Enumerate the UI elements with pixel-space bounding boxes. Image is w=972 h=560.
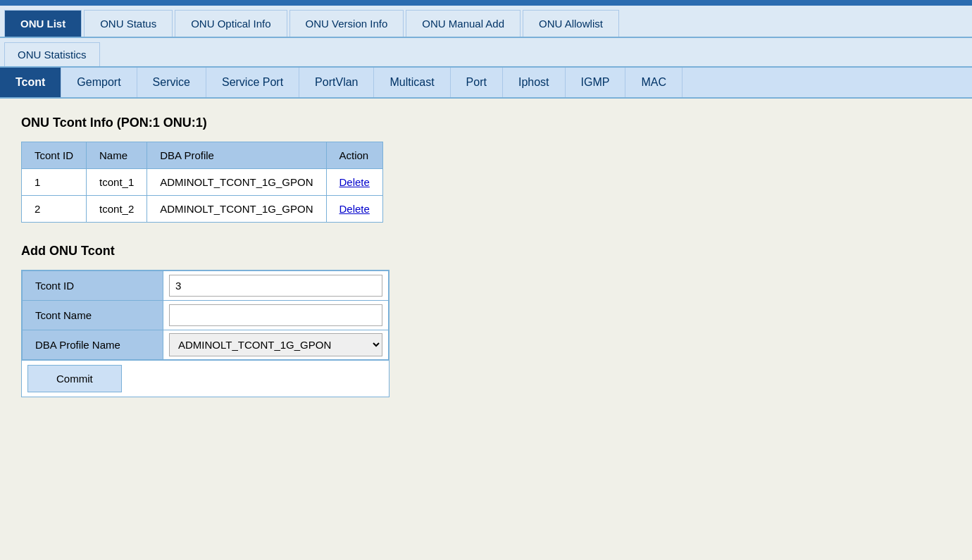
second-nav-tab-iphost[interactable]: Iphost (503, 68, 566, 97)
add-form-table: Tcont IDTcont NameDBA Profile NameADMINO… (22, 270, 389, 360)
second-nav-tab-tcont[interactable]: Tcont (0, 68, 61, 97)
add-form-wrapper: Tcont IDTcont NameDBA Profile NameADMINO… (21, 270, 390, 397)
info-title: ONU Tcont Info (PON:1 ONU:1) (21, 116, 951, 130)
table-cell-tcont_id: 2 (22, 196, 87, 223)
sub-nav-tab-onu-statistics[interactable]: ONU Statistics (4, 42, 100, 66)
add-section-title: Add ONU Tcont (21, 244, 951, 259)
second-nav-tab-gemport[interactable]: Gemport (61, 68, 137, 97)
second-nav-tab-igmp[interactable]: IGMP (566, 68, 626, 97)
table-cell-name: tcont_1 (87, 169, 147, 196)
second-nav-tab-port[interactable]: Port (451, 68, 503, 97)
table-header: Tcont IDNameDBA ProfileAction (22, 142, 383, 169)
table-cell-tcont_id: 1 (22, 169, 87, 196)
table-row: 2tcont_2ADMINOLT_TCONT_1G_GPONDelete (22, 196, 383, 223)
table-header-row: Tcont IDNameDBA ProfileAction (22, 142, 383, 169)
main-nav-tab-onu-version-info[interactable]: ONU Version Info (289, 10, 404, 37)
table-header-cell: Name (87, 142, 147, 169)
top-bar (0, 0, 972, 6)
second-nav-tab-service[interactable]: Service (137, 68, 206, 97)
tcont-table: Tcont IDNameDBA ProfileAction 1tcont_1AD… (21, 142, 383, 223)
content-area: ONU Tcont Info (PON:1 ONU:1) Tcont IDNam… (0, 99, 972, 521)
table-header-cell: Action (326, 142, 382, 169)
main-nav-tab-onu-optical-info[interactable]: ONU Optical Info (175, 10, 287, 37)
table-cell-action: Delete (326, 169, 382, 196)
table-row: 1tcont_1ADMINOLT_TCONT_1G_GPONDelete (22, 169, 383, 196)
second-nav-tab-multicast[interactable]: Multicast (374, 68, 450, 97)
tcont-id-input[interactable] (169, 275, 382, 297)
dba-profile-select[interactable]: ADMINOLT_TCONT_1G_GPON (169, 333, 382, 356)
commit-button[interactable]: Commit (27, 365, 122, 392)
tcont-name-input[interactable] (169, 304, 382, 326)
form-row: DBA Profile NameADMINOLT_TCONT_1G_GPON (23, 330, 389, 360)
main-nav-tab-onu-allowlist[interactable]: ONU Allowlist (523, 10, 619, 37)
form-input-cell (163, 271, 389, 301)
sub-nav: ONU Statistics (0, 38, 972, 68)
form-row: Tcont Name (23, 301, 389, 330)
form-label: Tcont Name (23, 301, 163, 330)
second-nav-tab-service-port[interactable]: Service Port (206, 68, 299, 97)
table-cell-dba_profile: ADMINOLT_TCONT_1G_GPON (147, 169, 326, 196)
main-nav-tab-onu-manual-add[interactable]: ONU Manual Add (406, 10, 521, 37)
table-cell-action: Delete (326, 196, 382, 223)
main-nav: ONU ListONU StatusONU Optical InfoONU Ve… (0, 6, 972, 38)
form-input-cell (163, 301, 389, 330)
table-header-cell: Tcont ID (22, 142, 87, 169)
table-header-cell: DBA Profile (147, 142, 326, 169)
form-label: DBA Profile Name (23, 330, 163, 360)
table-cell-dba_profile: ADMINOLT_TCONT_1G_GPON (147, 196, 326, 223)
second-nav: TcontGemportServiceService PortPortVlanM… (0, 68, 972, 99)
form-input-cell: ADMINOLT_TCONT_1G_GPON (163, 330, 389, 360)
form-row: Tcont ID (23, 271, 389, 301)
second-nav-tab-portvlan[interactable]: PortVlan (299, 68, 374, 97)
main-nav-tab-onu-list[interactable]: ONU List (4, 10, 82, 37)
form-label: Tcont ID (23, 271, 163, 301)
main-nav-tab-onu-status[interactable]: ONU Status (84, 10, 173, 37)
second-nav-tab-mac[interactable]: MAC (625, 68, 683, 97)
delete-link[interactable]: Delete (339, 176, 370, 188)
table-cell-name: tcont_2 (87, 196, 147, 223)
table-body: 1tcont_1ADMINOLT_TCONT_1G_GPONDelete2tco… (22, 169, 383, 223)
form-body: Tcont IDTcont NameDBA Profile NameADMINO… (23, 271, 389, 360)
commit-row: Commit (22, 360, 389, 397)
delete-link[interactable]: Delete (339, 203, 370, 215)
